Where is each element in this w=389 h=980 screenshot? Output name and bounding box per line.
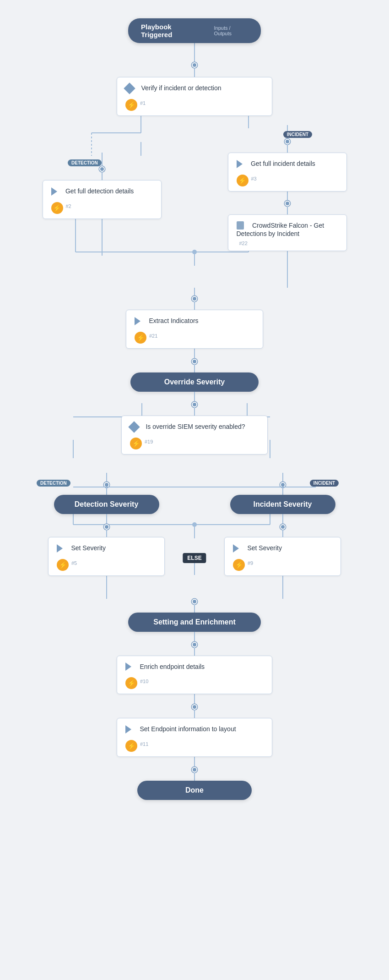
siem-title: Is override SIEM severity enabled?	[146, 423, 245, 430]
set-endpoint-node[interactable]: Set Endpoint information to layout ⚡ #11	[117, 718, 272, 757]
detection-badge-2: DETECTION	[37, 480, 70, 487]
lightning-badge: ⚡	[125, 99, 137, 111]
else-badge: ELSE	[183, 553, 206, 563]
set-severity-left-node[interactable]: Set Severity ⚡ #5	[48, 537, 165, 576]
siem-node[interactable]: Is override SIEM severity enabled? ⚡ #19	[121, 416, 268, 454]
branch-section: DETECTION INCIDENT Get full detection de…	[0, 125, 389, 288]
dot	[192, 642, 197, 647]
full-incident-node[interactable]: Get full incident details ⚡ #3	[228, 153, 347, 192]
override-label: Override Severity	[164, 378, 225, 386]
vline	[287, 206, 288, 214]
arrow-icon	[135, 317, 140, 325]
vline	[194, 392, 195, 402]
connector-dot	[192, 62, 197, 68]
lightning-badge: ⚡	[237, 175, 249, 186]
vline	[282, 514, 283, 524]
set-sev-right-num: #9	[248, 560, 253, 566]
detection-badge: DETECTION	[68, 159, 102, 166]
set-endpoint-num: #11	[140, 741, 148, 747]
detection-column: Get full detection details ⚡ #2	[9, 125, 194, 256]
extract-section: Extract Indicators ⚡ #21	[0, 288, 389, 372]
incident-badge-2: INCIDENT	[310, 480, 339, 487]
set-sev-left-title: Set Severity	[71, 544, 105, 552]
lightning-badge: ⚡	[57, 559, 69, 571]
vline	[287, 251, 288, 288]
arrow-icon	[51, 187, 57, 196]
dot	[192, 704, 197, 710]
set-sev-right-title: Set Severity	[247, 544, 281, 552]
dot	[192, 296, 197, 301]
detection-label-2: DETECTION	[37, 478, 70, 487]
vline	[194, 632, 195, 642]
vline	[282, 530, 283, 537]
incident-badge: INCIDENT	[283, 131, 312, 138]
set-severity-right-node[interactable]: Set Severity ⚡ #9	[224, 537, 341, 576]
else-badge-container: ELSE	[183, 553, 206, 563]
lightning-badge: ⚡	[135, 332, 146, 344]
lightning-badge: ⚡	[130, 438, 142, 449]
siem-num: #19	[145, 439, 153, 444]
full-incident-title: Get full incident details	[251, 160, 315, 167]
full-detection-title: Get full detection details	[65, 187, 134, 195]
inputs-outputs-label[interactable]: Inputs / Outputs	[214, 25, 248, 36]
vline	[194, 647, 195, 656]
vline	[282, 473, 283, 482]
vline	[194, 349, 195, 359]
full-detection-num: #2	[66, 203, 71, 209]
dot	[192, 599, 197, 604]
verify-node[interactable]: Verify if incident or detection ⚡ #1	[117, 77, 272, 116]
vline	[106, 576, 107, 599]
incident-label-2: INCIDENT	[310, 478, 339, 487]
detection-label-1: DETECTION	[68, 158, 102, 166]
done-node[interactable]: Done	[137, 781, 252, 800]
enrich-title: Enrich endpoint details	[140, 663, 205, 670]
dot	[192, 359, 197, 364]
dot	[285, 139, 290, 144]
verify-title: Verify if incident or detection	[141, 84, 221, 92]
lightning-badge: ⚡	[125, 677, 137, 689]
detection-severity-column: Detection Severity Set Severity ⚡ #5	[18, 473, 194, 599]
dot	[285, 201, 290, 206]
vline	[106, 530, 107, 537]
extract-node[interactable]: Extract Indicators ⚡ #21	[126, 310, 263, 349]
flowchart: Playbook Triggered Inputs / Outputs Veri…	[0, 0, 389, 827]
diamond-icon	[128, 421, 140, 433]
done-section: Done	[0, 781, 389, 800]
incident-severity-node[interactable]: Incident Severity	[230, 495, 335, 514]
incident-severity-column: Incident Severity Set Severity ⚡ #9	[194, 473, 371, 599]
crowdstrike-node[interactable]: CrowdStrike Falcon - Get Detections by I…	[228, 214, 347, 252]
diamond-icon	[124, 82, 135, 94]
vline	[106, 514, 107, 524]
set-sev-left-num: #5	[71, 560, 77, 566]
setting-enrichment-node[interactable]: Setting and Enrichment	[128, 613, 261, 632]
vline	[194, 710, 195, 718]
setting-section: Setting and Enrichment	[0, 599, 389, 656]
vline	[282, 487, 283, 495]
detection-severity-node[interactable]: Detection Severity	[54, 495, 159, 514]
enrich-node[interactable]: Enrich endpoint details ⚡ #10	[117, 656, 272, 695]
vline	[194, 757, 195, 767]
dot	[280, 524, 286, 530]
vline	[194, 772, 195, 781]
arrow-icon	[125, 725, 131, 734]
siem-section: Is override SIEM severity enabled? ⚡ #19	[0, 416, 389, 454]
incident-severity-label: Incident Severity	[253, 500, 312, 508]
playbook-trigger-label: Playbook Triggered	[141, 23, 202, 38]
extract-title: Extract Indicators	[149, 317, 198, 324]
arrow-icon	[233, 544, 239, 553]
full-detection-node[interactable]: Get full detection details ⚡ #2	[43, 180, 162, 219]
dot	[192, 767, 197, 772]
extract-num: #21	[149, 333, 157, 339]
detection-severity-label: Detection Severity	[75, 500, 139, 508]
override-severity-node[interactable]: Override Severity	[130, 372, 259, 392]
incident-label-1: INCIDENT	[283, 130, 312, 138]
arrow-icon	[125, 662, 131, 671]
doc-icon	[237, 221, 244, 230]
dot	[104, 524, 109, 530]
playbook-triggered-node[interactable]: Playbook Triggered Inputs / Outputs	[128, 18, 261, 43]
severity-branch-section: DETECTION INCIDENT Detection Severity	[0, 473, 389, 599]
vline	[106, 473, 107, 482]
lightning-badge: ⚡	[125, 740, 137, 752]
enrich-num: #10	[140, 679, 148, 684]
vline	[194, 604, 195, 613]
